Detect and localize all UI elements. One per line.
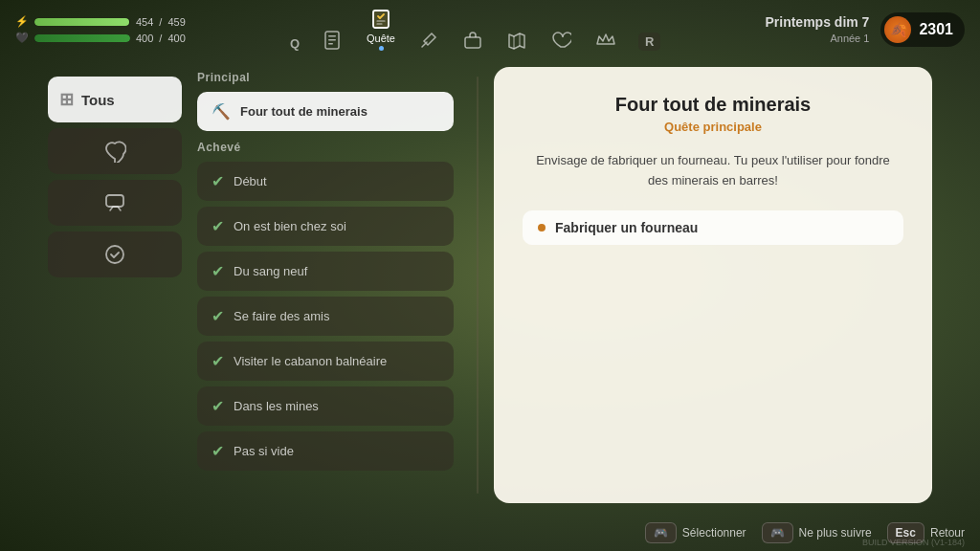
svg-rect-5 <box>106 195 123 207</box>
select-label: Sélectionner <box>682 526 746 540</box>
nav-bag[interactable] <box>462 30 483 51</box>
quest-item-debut[interactable]: ✔ Début <box>197 162 454 201</box>
date-display: Printemps dim 7 Année 1 <box>765 13 869 47</box>
quest-item-sang-neuf[interactable]: ✔ Du sang neuf <box>197 252 454 291</box>
nav-quete-label: Quête <box>367 33 395 44</box>
nav-crown[interactable] <box>594 30 615 51</box>
svg-rect-3 <box>328 43 333 45</box>
quest-list-panel: Principal ⛏️ Four tout de minerais Achev… <box>182 67 469 503</box>
sidebar-item-check[interactable] <box>48 231 182 277</box>
currency-badge: 🍂 2301 <box>880 12 965 47</box>
detail-subtitle: Quête principale <box>523 120 903 134</box>
quest-text-mines: Dans les mines <box>234 399 319 413</box>
currency-icon: 🍂 <box>884 16 911 43</box>
sidebar-item-heart[interactable] <box>48 128 182 174</box>
main-content: ⊞ Tous Principal ⛏️ Four tout de minerai… <box>48 67 932 503</box>
energy-bar: 🖤 400 / 400 <box>15 32 186 44</box>
health-icon: ⚡ <box>15 15 29 28</box>
quest-text-cabanon: Visiter le cabanon balnéaire <box>234 354 387 368</box>
completed-icon-debut: ✔ <box>212 172 224 190</box>
nav-heart[interactable] <box>550 30 571 51</box>
detail-task: Fabriquer un fourneau <box>523 210 903 245</box>
section-principal-label: Principal <box>197 71 454 84</box>
unfollow-label: Ne plus suivre <box>799 526 872 540</box>
health-text: 454 <box>136 16 153 28</box>
svg-point-6 <box>106 246 123 263</box>
currency-amount: 2301 <box>919 21 953 38</box>
topbar: ⚡ 454 / 459 🖤 400 / 400 Q Quête <box>0 0 980 59</box>
quest-item-four-minerais[interactable]: ⛏️ Four tout de minerais <box>197 92 454 131</box>
quest-text-debut: Début <box>234 174 267 188</box>
nav-q[interactable]: Q <box>290 36 300 51</box>
quest-item-pas-vide[interactable]: ✔ Pas si vide <box>197 431 454 471</box>
quest-item-mines[interactable]: ✔ Dans les mines <box>197 386 454 426</box>
task-bullet <box>538 224 546 231</box>
nav-quete[interactable]: Quête <box>367 8 395 51</box>
nav-crafting[interactable] <box>418 30 439 51</box>
topbar-right: Printemps dim 7 Année 1 🍂 2301 <box>765 12 965 47</box>
quest-text-pas-vide: Pas si vide <box>234 444 294 458</box>
completed-icon-amis: ✔ <box>212 307 224 325</box>
completed-icon-cabanon: ✔ <box>212 352 224 370</box>
task-text: Fabriquer un fourneau <box>555 220 698 235</box>
completed-icon-mines: ✔ <box>212 397 224 415</box>
health-sep: / <box>159 16 162 28</box>
section-acheve-label: Achevé <box>197 141 454 154</box>
energy-sep: / <box>159 33 162 44</box>
quest-text-sang-neuf: Du sang neuf <box>234 264 307 278</box>
health-fill <box>34 18 129 26</box>
date-sub: Année 1 <box>765 32 869 46</box>
quest-item-cabanon[interactable]: ✔ Visiter le cabanon balnéaire <box>197 342 454 381</box>
detail-title: Four tout de minerais <box>523 94 903 116</box>
completed-icon-pas-vide: ✔ <box>212 442 224 460</box>
sidebar-item-tous[interactable]: ⊞ Tous <box>48 77 182 122</box>
energy-icon: 🖤 <box>15 32 29 44</box>
detail-description: Envisage de fabriquer un fourneau. Tu pe… <box>523 151 903 191</box>
energy-max: 400 <box>167 33 185 44</box>
nav-map[interactable] <box>506 30 527 51</box>
quest-text-chez-soi: On est bien chez soi <box>234 219 346 233</box>
quest-item-chez-soi[interactable]: ✔ On est bien chez soi <box>197 207 454 246</box>
health-bar: ⚡ 454 / 459 <box>15 15 186 28</box>
build-version: BUILD VERSION (V1-184) <box>862 538 965 547</box>
svg-rect-2 <box>328 39 336 41</box>
action-select: 🎮 Sélectionner <box>645 522 746 543</box>
nav-r[interactable]: R <box>638 33 660 51</box>
sidebar-item-speech[interactable] <box>48 180 182 226</box>
detail-panel: Four tout de minerais Quête principale E… <box>494 67 932 503</box>
quest-icon-ore: ⛏️ <box>212 102 231 121</box>
completed-icon-chez-soi: ✔ <box>212 217 224 235</box>
energy-text: 400 <box>136 33 153 44</box>
health-max: 459 <box>167 16 185 28</box>
date-main: Printemps dim 7 <box>765 13 869 33</box>
nav-quete-dot <box>379 46 384 51</box>
health-track <box>34 18 130 26</box>
stats-panel: ⚡ 454 / 459 🖤 400 / 400 <box>15 15 186 44</box>
nav-bar: Q Quête R <box>290 8 660 53</box>
quest-text-amis: Se faire des amis <box>234 309 329 323</box>
panel-divider <box>477 77 479 494</box>
action-unfollow: 🎮 Ne plus suivre <box>762 522 872 543</box>
completed-icon-sang-neuf: ✔ <box>212 262 224 280</box>
energy-fill <box>34 34 130 42</box>
sidebar: ⊞ Tous <box>48 67 182 503</box>
quest-item-amis[interactable]: ✔ Se faire des amis <box>197 297 454 336</box>
svg-rect-4 <box>465 37 480 48</box>
nav-journal[interactable] <box>323 30 344 51</box>
grid-icon: ⊞ <box>59 89 74 110</box>
svg-rect-1 <box>328 35 336 37</box>
select-badge: 🎮 <box>645 522 677 543</box>
quest-text-four-minerais: Four tout de minerais <box>240 104 368 119</box>
unfollow-badge: 🎮 <box>762 522 793 543</box>
energy-track <box>34 34 130 42</box>
sidebar-tous-label: Tous <box>81 92 115 108</box>
